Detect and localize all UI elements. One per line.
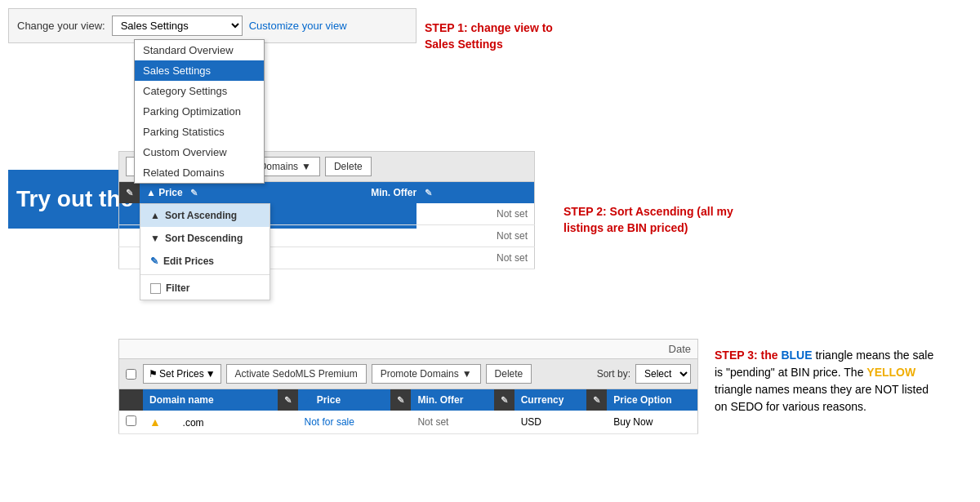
dropdown-item-parking-opt[interactable]: Parking Optimization (135, 101, 264, 122)
row-currency-edit-cell (586, 411, 607, 434)
col-currency-edit: ✎ (586, 389, 607, 411)
row-price-edit-cell (390, 411, 411, 434)
row-edit-cell (119, 203, 140, 225)
row-min-offer-cell: Not set (411, 411, 493, 434)
customize-link[interactable]: Customize your view (249, 20, 347, 32)
row-edit-cell (119, 225, 140, 247)
toolbar3: ⚑ Set Prices ▼ Activate SedoMLS Premium … (118, 358, 698, 389)
sort-desc-icon: ▼ (150, 233, 160, 244)
row-min-offer-cell: Not set (364, 203, 534, 225)
change-view-label: Change your view: (17, 20, 105, 32)
col-price-edit: ✎ (390, 389, 411, 411)
checkbox-icon (150, 283, 161, 294)
col-domain-name: Domain name (143, 389, 278, 411)
set-prices-wrapper: ⚑ Set Prices ▼ (143, 364, 221, 384)
dropdown-item-parking-stats[interactable]: Parking Statistics (135, 122, 264, 142)
promote-domains-button3[interactable]: Promote Domains ▼ (372, 364, 481, 384)
row-price-cell: Not for sale (298, 411, 391, 434)
filter-item[interactable]: Filter (140, 277, 270, 300)
col-price-option: Price Option (607, 389, 697, 411)
sort-by-label: Sort by: (597, 368, 630, 380)
sort-asc-indicator: ▲ (305, 394, 314, 406)
sort-asc-icon: ▲ (150, 210, 160, 221)
warning-triangle-icon: ▲ (149, 415, 161, 429)
price-edit-icon: ✎ (190, 188, 198, 198)
activate-mls-button[interactable]: Activate SedoMLS Premium (226, 364, 367, 384)
dropdown-item-standard[interactable]: Standard Overview (135, 40, 264, 60)
row-checkbox[interactable] (126, 415, 136, 426)
row-min-offer-cell: Not set (364, 225, 534, 247)
dropdown-item-custom[interactable]: Custom Overview (135, 142, 264, 162)
row-min-offer-cell: Not set (364, 247, 534, 269)
col-edit-header: ✎ (119, 182, 140, 204)
col-min-offer: Min. Offer (411, 389, 493, 411)
row-currency-cell: USD (514, 411, 587, 434)
row-domain-cell: ▲ .com (143, 411, 278, 434)
step1-annotation: STEP 1: change view to Sales Settings (425, 20, 588, 52)
dropdown-item-sales[interactable]: Sales Settings (135, 60, 264, 81)
col-checkbox (119, 389, 144, 411)
col-domain-edit: ✎ (278, 389, 298, 411)
view-select[interactable]: Sales Settings (112, 16, 243, 36)
row-edit-cell (119, 247, 140, 269)
pencil-icon: ✎ (150, 255, 158, 267)
dropdown-arrow-icon: ▼ (301, 161, 311, 172)
row-min-offer-edit-cell (494, 411, 514, 434)
delete-button3[interactable]: Delete (486, 364, 532, 384)
sort-select[interactable]: Select (635, 364, 691, 384)
set-prices-button[interactable]: ⚑ Set Prices ▼ (143, 364, 221, 384)
flag-icon: ⚑ (149, 368, 158, 380)
sort-descending-item[interactable]: ▼ Sort Descending (140, 227, 270, 250)
delete-button2[interactable]: Delete (325, 157, 372, 176)
section3-header: Date (118, 339, 698, 358)
col-price: ▲ Price (298, 389, 391, 411)
price-column-dropdown: ▲ Sort Ascending ▼ Sort Descending ✎ Edi… (140, 203, 270, 300)
row-domain-edit-cell (278, 411, 298, 434)
row-price-option-cell: Buy Now (607, 411, 697, 434)
col-min-offer-edit: ✎ (494, 389, 514, 411)
table-row: ▲ .com Not for sale Not set USD Buy Now (119, 411, 698, 434)
table2: ✎ ▲ Price ✎ ▲ Sort Ascending ▼ Sort Desc… (118, 181, 535, 269)
min-offer-col-header: Min. Offer ✎ (364, 182, 534, 204)
price-col-header[interactable]: ▲ Price ✎ ▲ Sort Ascending ▼ Sort Descen… (140, 182, 364, 204)
promote-dropdown-icon: ▼ (462, 368, 472, 380)
step3-annotation: STEP 3: the BLUE triangle means the sale… (715, 347, 943, 415)
edit-prices-item[interactable]: ✎ Edit Prices (140, 250, 270, 273)
sort-ascending-item[interactable]: ▲ Sort Ascending (140, 204, 270, 227)
view-dropdown-menu: Standard Overview Sales Settings Categor… (134, 39, 265, 184)
dropdown-item-category[interactable]: Category Settings (135, 81, 264, 101)
table3: Domain name ✎ ▲ Price ✎ Min. Offer ✎ Cur… (118, 389, 698, 434)
step2-annotation: STEP 2: Sort Ascending (all my listings … (564, 204, 743, 236)
min-offer-edit-icon: ✎ (425, 188, 432, 198)
change-view-row: Change your view: Sales Settings Customi… (8, 8, 416, 43)
select-all-checkbox[interactable] (126, 369, 136, 380)
dropdown-item-related[interactable]: Related Domains (135, 162, 264, 183)
row-checkbox-cell (119, 411, 144, 434)
set-prices-dropdown-icon: ▼ (206, 368, 216, 380)
section3-container: Date ⚑ Set Prices ▼ Activate SedoMLS Pre… (118, 339, 698, 434)
col-currency: Currency (514, 389, 587, 411)
